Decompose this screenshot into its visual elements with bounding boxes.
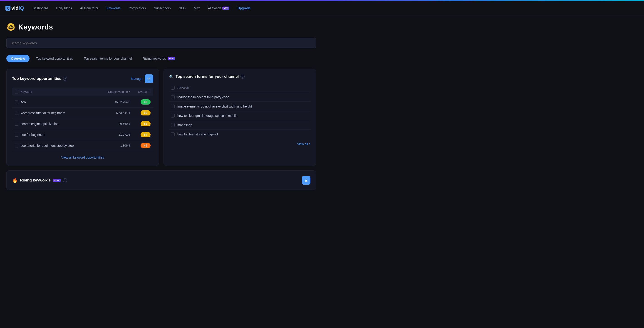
rising-keywords-download-button[interactable]	[302, 176, 310, 185]
score-cell-wordpress: 60	[130, 110, 150, 115]
rising-keywords-title: 🔥 Rising keywords BETA ?	[12, 178, 67, 183]
row-checkbox-seo-beginners[interactable]	[15, 133, 18, 137]
tab-overview[interactable]: Overview	[6, 55, 30, 62]
logo[interactable]: iQ vidIQ	[6, 5, 24, 11]
logo-text: vidIQ	[11, 5, 24, 11]
table-row: seo tutorial for beginners step by step …	[12, 140, 153, 151]
row-checkbox-seo[interactable]	[15, 100, 18, 104]
view-all-keywords-link[interactable]: View all keyword opportunities	[12, 151, 153, 160]
search-term-select-all[interactable]: Select all	[169, 83, 310, 92]
card-header-keywords: Top keyword opportunities ? Manage	[12, 74, 153, 83]
keyword-cell-seo-beginners: seo for beginners	[15, 133, 94, 137]
search-terms-list: Select all reduce the impact of third-pa…	[169, 83, 310, 139]
col-keyword-header: Keyword	[15, 90, 94, 93]
nav-item-dashboard[interactable]: Dashboard	[29, 4, 51, 12]
search-term-item[interactable]: image elements do not have explicit widt…	[169, 102, 310, 111]
view-all-search-terms-link[interactable]: View all s	[169, 139, 310, 146]
page-title-text: Keywords	[18, 23, 53, 31]
score-badge-seo-beginners: 54	[140, 132, 150, 137]
table-header-keywords: Keyword Search volume ▾ Overall ⇅	[12, 87, 153, 96]
tab-top-search-terms[interactable]: Top search terms for your channel	[79, 55, 136, 62]
table-row: seo for beginners 31,071.6 54	[12, 129, 153, 140]
row-checkbox-search-engine[interactable]	[15, 122, 18, 126]
select-all-checkbox[interactable]	[15, 90, 18, 93]
keyword-cell-wordpress: wordpress tutorial for beginners	[15, 111, 94, 115]
table-row: wordpress tutorial for beginners 6,63,54…	[12, 107, 153, 118]
volume-cell-seo: 15,02,704.5	[94, 100, 130, 104]
nav-item-ai-coach[interactable]: AI Coach NEW	[205, 4, 233, 12]
nav-item-keywords[interactable]: Keywords	[103, 4, 124, 12]
search-term-checkbox-1[interactable]	[171, 95, 174, 99]
nav-item-seo[interactable]: SEO	[176, 4, 189, 12]
download-icon-button[interactable]	[145, 74, 153, 83]
search-term-checkbox-3[interactable]	[171, 114, 174, 117]
overall-sort-icon[interactable]: ⇅	[148, 90, 150, 93]
keywords-info-icon[interactable]: ?	[63, 77, 67, 81]
top-keyword-opportunities-card: Top keyword opportunities ? Manage Keywo…	[6, 69, 159, 166]
rising-keywords-new-badge: NEW	[168, 57, 175, 60]
card-actions-keywords: Manage	[131, 74, 153, 83]
select-all-search-terms-checkbox[interactable]	[171, 86, 174, 90]
rising-keywords-emoji: 🔥	[12, 178, 18, 183]
tab-bar: Overview Top keyword opportunities Top s…	[6, 55, 316, 62]
volume-cell-wordpress: 6,63,544.4	[94, 111, 130, 115]
card-title-search-terms: 🔍 Top search terms for your channel ?	[169, 74, 244, 79]
volume-cell-seo-beginners: 31,071.6	[94, 133, 130, 136]
col-overall-header: Overall ⇅	[130, 90, 150, 93]
score-cell-seo: 69	[130, 99, 150, 105]
rising-keywords-info-icon[interactable]: ?	[63, 178, 67, 182]
page-title-container: 🤓 Keywords	[6, 23, 316, 31]
search-term-checkbox-4[interactable]	[171, 123, 174, 127]
ai-coach-new-badge: NEW	[222, 6, 229, 10]
keyword-cell-seo-tutorial: seo tutorial for beginners step by step	[15, 144, 94, 147]
rising-keywords-download-icon	[304, 178, 308, 182]
nav-item-upgrade[interactable]: Upgrade	[234, 4, 254, 12]
row-checkbox-seo-tutorial[interactable]	[15, 144, 18, 147]
rising-keywords-card: 🔥 Rising keywords BETA ?	[6, 170, 316, 190]
search-term-item[interactable]: reduce the impact of third-party code	[169, 93, 310, 102]
download-icon	[147, 77, 151, 81]
search-term-checkbox-2[interactable]	[171, 105, 174, 108]
keyword-cell-search-engine: search engine optimization	[15, 122, 94, 126]
tab-rising-keywords[interactable]: Rising keywords NEW	[138, 55, 180, 62]
search-term-item[interactable]: how to clear storage in gmail	[169, 130, 310, 139]
table-row: search engine optimization 40,660.1 53	[12, 118, 153, 129]
card-title-keywords: Top keyword opportunities ?	[12, 76, 67, 81]
volume-cell-seo-tutorial: 1,809.4	[94, 144, 130, 147]
logo-icon: iQ	[6, 6, 10, 11]
tab-top-keyword-opportunities[interactable]: Top keyword opportunities	[31, 55, 78, 62]
nav-item-max[interactable]: Max	[190, 4, 203, 12]
score-cell-search-engine: 53	[130, 121, 150, 126]
volume-cell-search-engine: 40,660.1	[94, 122, 130, 125]
rising-keywords-header: 🔥 Rising keywords BETA ?	[12, 176, 310, 185]
score-cell-seo-tutorial: 46	[130, 143, 150, 148]
col-search-volume-header: Search volume ▾	[94, 90, 130, 93]
score-badge-seo: 69	[140, 99, 150, 105]
score-badge-seo-tutorial: 46	[140, 143, 150, 148]
top-search-terms-card: 🔍 Top search terms for your channel ? Se…	[164, 69, 316, 166]
score-badge-search-engine: 53	[140, 121, 150, 126]
main-content: 🤓 Keywords Overview Top keyword opportun…	[0, 15, 322, 198]
row-checkbox-wordpress[interactable]	[15, 111, 18, 115]
page-emoji: 🤓	[6, 23, 16, 31]
nav-item-competitors[interactable]: Competitors	[125, 4, 149, 12]
score-badge-wordpress: 60	[140, 110, 150, 115]
nav-item-daily-ideas[interactable]: Daily Ideas	[53, 4, 75, 12]
score-cell-seo-beginners: 54	[130, 132, 150, 137]
search-terms-magnifier-icon: 🔍	[169, 75, 174, 79]
search-term-checkbox-5[interactable]	[171, 132, 174, 136]
search-terms-info-icon[interactable]: ?	[240, 75, 244, 79]
cards-grid: Top keyword opportunities ? Manage Keywo…	[6, 69, 316, 166]
search-term-item[interactable]: monosnap	[169, 121, 310, 129]
navigation: iQ vidIQ Dashboard Daily Ideas AI Genera…	[0, 1, 644, 15]
search-input[interactable]	[6, 38, 316, 48]
manage-button[interactable]: Manage	[131, 77, 142, 80]
rising-keywords-beta-badge: BETA	[53, 179, 61, 182]
nav-item-subscribers[interactable]: Subscribers	[151, 4, 174, 12]
card-header-search-terms: 🔍 Top search terms for your channel ?	[169, 74, 310, 79]
search-term-item[interactable]: how to clear gmail storage space in mobi…	[169, 111, 310, 120]
table-row: seo 15,02,704.5 69	[12, 97, 153, 107]
keyword-cell-seo: seo	[15, 100, 94, 104]
nav-item-ai-generator[interactable]: AI Generator	[77, 4, 102, 12]
